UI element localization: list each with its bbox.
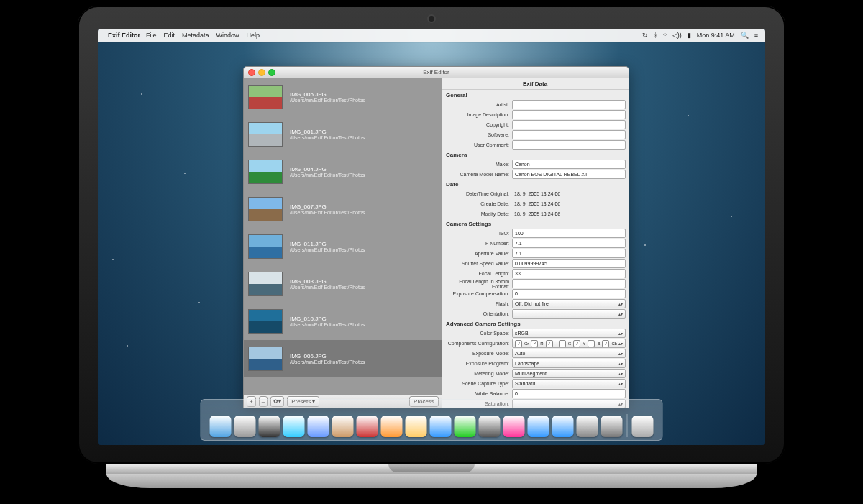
dock-app-mail[interactable] [308, 416, 329, 437]
field-input[interactable]: 33 [512, 269, 626, 278]
dock-app-messages[interactable] [430, 416, 452, 437]
section-header: Camera [446, 152, 626, 158]
field-input[interactable]: 7.1 [512, 239, 626, 248]
field-input[interactable] [512, 140, 626, 150]
dock-app-photobooth[interactable] [479, 416, 501, 437]
field-input[interactable] [512, 120, 626, 129]
dock-app-launchpad[interactable] [234, 416, 256, 437]
file-row[interactable]: IMG_001.JPG/Users/mn/Exif Editor/Test/Ph… [244, 116, 442, 153]
field-select[interactable]: Off, Did not fire▴▾ [512, 299, 626, 308]
bluetooth-icon[interactable]: ᚼ [654, 32, 657, 39]
field-input[interactable] [512, 100, 626, 109]
checkbox[interactable]: ✓ [602, 340, 609, 347]
dropdown-arrow-icon: ▴▾ [618, 331, 623, 336]
dock-app-preview[interactable] [577, 416, 598, 437]
zoom-button[interactable] [268, 69, 275, 76]
timemachine-icon[interactable]: ↻ [642, 32, 648, 39]
checkbox[interactable] [588, 340, 595, 347]
field-label: ISO: [444, 231, 512, 236]
checkbox[interactable]: ✓ [515, 340, 522, 347]
dock-app-iphoto[interactable] [503, 416, 525, 437]
field-label: Exposure Program: [444, 361, 512, 366]
file-row[interactable]: IMG_011.JPG/Users/mn/Exif Editor/Test/Ph… [244, 228, 442, 265]
field-input[interactable]: 0 [512, 389, 626, 398]
dock-app-calendar[interactable] [357, 416, 378, 437]
file-row[interactable]: IMG_006.JPG/Users/mn/Exif Editor/Test/Ph… [244, 340, 442, 377]
file-row[interactable]: IMG_007.JPG/Users/mn/Exif Editor/Test/Ph… [244, 191, 442, 228]
field-select[interactable]: ▴▾ [512, 309, 626, 319]
app-menu[interactable]: Exif Editor [108, 32, 140, 39]
field-label: Color Space: [444, 331, 512, 336]
section-header: Date [446, 181, 626, 188]
dock-app-safari[interactable] [283, 416, 305, 437]
checkbox[interactable]: ✓ [573, 340, 580, 347]
field-input[interactable] [512, 110, 626, 119]
dock-app-notes[interactable] [406, 416, 427, 437]
exif-editor-window: Exif Editor IMG_005.JPG/Users/mn/Exif Ed… [243, 66, 629, 408]
field-label: Orientation: [444, 311, 512, 316]
battery-icon[interactable]: ▮ [688, 32, 691, 39]
menu-file[interactable]: File [146, 32, 157, 39]
dock-app-sysprefs[interactable] [601, 416, 623, 437]
spotlight-icon[interactable]: 🔍 [741, 32, 749, 39]
field-label: Camera Model Name: [444, 172, 512, 177]
field-select[interactable]: sRGB▴▾ [512, 329, 626, 338]
menu-help[interactable]: Help [247, 32, 260, 39]
metadata-form-pane: Exif Data GeneralArtist:Image Descriptio… [442, 78, 629, 408]
titlebar[interactable]: Exif Editor [244, 67, 629, 78]
field-select[interactable]: Multi-segment▴▾ [512, 369, 626, 378]
field-input[interactable]: 100 [512, 229, 626, 238]
field-label: White Balance: [444, 391, 512, 396]
file-row[interactable]: IMG_010.JPG/Users/mn/Exif Editor/Test/Ph… [244, 303, 442, 340]
field-label: Metering Mode: [444, 371, 512, 376]
field-select[interactable]: Standard▴▾ [512, 379, 626, 388]
dock-app-appstore[interactable] [552, 416, 574, 437]
clock[interactable]: Mon 9:41 AM [697, 32, 735, 39]
field-label: Aperture Value: [444, 251, 512, 256]
dock-app-mission[interactable] [259, 416, 280, 437]
wifi-icon[interactable]: ⌔ [663, 32, 667, 39]
dock-app-itunes[interactable] [528, 416, 549, 437]
form-scroll[interactable]: GeneralArtist:Image Description:Copyrigh… [442, 90, 629, 408]
dock [201, 399, 663, 441]
dock-app-trash[interactable] [632, 416, 654, 437]
file-row[interactable]: IMG_005.JPG/Users/mn/Exif Editor/Test/Ph… [244, 78, 442, 116]
thumbnail [248, 272, 283, 296]
file-path: /Users/mn/Exif Editor/Test/Photos [290, 173, 365, 178]
checkbox[interactable]: ✓ [531, 340, 538, 347]
desktop: Exif Editor File Edit Metadata Window He… [98, 29, 765, 445]
field-select[interactable]: Auto▴▾ [512, 349, 626, 358]
field-input[interactable]: 7.1 [512, 249, 626, 258]
dock-app-contacts[interactable] [332, 416, 354, 437]
field-input[interactable]: 0.0099999745 [512, 259, 626, 268]
menu-edit[interactable]: Edit [164, 32, 175, 39]
file-name: IMG_007.JPG [290, 203, 365, 210]
form-header: Exif Data [442, 78, 629, 90]
menubar: Exif Editor File Edit Metadata Window He… [98, 29, 765, 42]
dock-app-reminders[interactable] [381, 416, 403, 437]
close-button[interactable] [248, 69, 255, 76]
minimize-button[interactable] [258, 69, 265, 76]
field-input[interactable]: Canon [512, 160, 626, 169]
file-row[interactable]: IMG_003.JPG/Users/mn/Exif Editor/Test/Ph… [244, 265, 442, 303]
file-path: /Users/mn/Exif Editor/Test/Photos [290, 210, 365, 215]
field-select[interactable]: Landscape▴▾ [512, 359, 626, 368]
checkbox[interactable] [559, 340, 566, 347]
dropdown-arrow-icon: ▴▾ [618, 301, 623, 306]
file-row[interactable]: IMG_004.JPG/Users/mn/Exif Editor/Test/Ph… [244, 153, 442, 191]
menu-window[interactable]: Window [216, 32, 239, 39]
notification-icon[interactable]: ≡ [754, 32, 758, 39]
dock-app-finder[interactable] [210, 416, 232, 437]
file-list[interactable]: IMG_005.JPG/Users/mn/Exif Editor/Test/Ph… [244, 78, 442, 394]
components-config[interactable]: ✓Cr✓R✓-G✓YB✓Cb▴▾ [512, 339, 626, 348]
section-header: Advanced Camera Settings [446, 321, 626, 327]
field-input[interactable] [512, 279, 626, 288]
volume-icon[interactable]: ◁)) [672, 32, 682, 39]
checkbox[interactable]: ✓ [546, 340, 553, 347]
menu-metadata[interactable]: Metadata [182, 32, 209, 39]
field-input[interactable]: 0 [512, 289, 626, 298]
file-name: IMG_001.JPG [290, 129, 365, 135]
dock-app-facetime[interactable] [455, 416, 476, 437]
field-input[interactable] [512, 130, 626, 139]
field-input[interactable]: Canon EOS DIGITAL REBEL XT [512, 170, 626, 179]
